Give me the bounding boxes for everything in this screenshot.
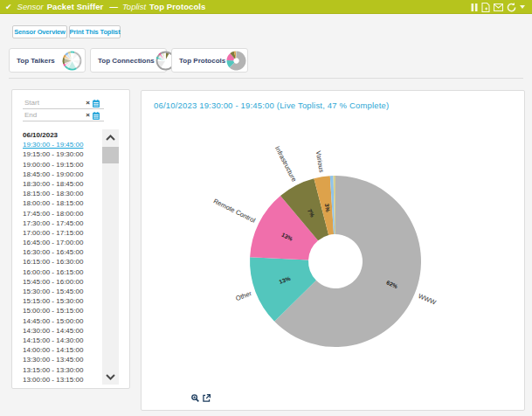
email-icon[interactable]	[494, 3, 503, 11]
tab-top-talkers[interactable]: Top Talkers	[9, 48, 86, 73]
interval-link[interactable]: 17:45:00 - 18:00:00	[23, 210, 83, 218]
interval-item: 13:30:00 - 13:45:00	[23, 355, 103, 364]
sensor-overview-button[interactable]: Sensor Overview	[12, 25, 67, 38]
interval-link[interactable]: 17:30:00 - 17:45:00	[23, 219, 83, 227]
interval-item: 18:15:00 - 18:30:00	[23, 189, 103, 198]
pause-icon[interactable]	[471, 3, 478, 11]
section-divider	[9, 78, 523, 79]
interval-item: 15:00:00 - 15:15:00	[23, 306, 103, 315]
header-separator: —	[109, 2, 118, 11]
donut-slice-label: Various	[314, 150, 326, 173]
interval-item: 13:00:00 - 13:15:00	[23, 375, 103, 385]
interval-item: 14:30:00 - 14:45:00	[23, 326, 103, 336]
interval-link[interactable]: 19:15:00 - 19:30:00	[23, 150, 83, 158]
interval-link[interactable]: 17:00:00 - 17:15:00	[23, 229, 83, 237]
interval-link[interactable]: 15:30:00 - 15:45:00	[23, 288, 83, 295]
interval-item: 18:45:00 - 19:00:00	[23, 170, 103, 179]
interval-list-scrollbar[interactable]	[102, 129, 119, 385]
toplist-chart-card: 06/10/2023 19:30:00 - 19:45:00 (Live Top…	[141, 90, 525, 411]
zoom-in-icon[interactable]	[191, 394, 199, 402]
interval-link[interactable]: 13:30:00 - 13:45:00	[23, 356, 83, 364]
interval-filter-panel: × ×	[11, 89, 130, 389]
interval-link[interactable]: 14:30:00 - 14:45:00	[23, 327, 83, 335]
tab-top-connections[interactable]: Top Connections	[90, 48, 167, 73]
interval-link[interactable]: 13:15:00 - 13:30:00	[23, 366, 83, 374]
interval-link[interactable]: 15:45:00 - 16:00:00	[23, 278, 83, 286]
interval-link[interactable]: 18:30:00 - 18:45:00	[23, 180, 83, 188]
refresh-icon[interactable]	[507, 3, 516, 12]
interval-link[interactable]: 14:45:00 - 15:00:00	[23, 317, 83, 325]
top-protocols-donut-chart: 62%WWW13%Other13%Remote Control7%Infrast…	[142, 91, 524, 410]
interval-link[interactable]: 16:15:00 - 16:30:00	[23, 258, 83, 266]
interval-item: 16:15:00 - 16:30:00	[23, 257, 103, 267]
print-this-toplist-button[interactable]: Print This Toplist	[69, 25, 121, 38]
interval-item: 18:00:00 - 18:15:00	[23, 198, 103, 208]
interval-item: 14:00:00 - 14:15:00	[23, 345, 103, 355]
end-date-input[interactable]	[24, 111, 79, 120]
interval-item: 15:45:00 - 16:00:00	[23, 277, 103, 287]
header-icon-group	[471, 0, 525, 14]
end-calendar-icon[interactable]	[93, 112, 100, 120]
end-clear-icon[interactable]: ×	[86, 112, 90, 119]
interval-item: 17:00:00 - 17:15:00	[23, 228, 103, 238]
interval-link[interactable]: 14:15:00 - 14:30:00	[23, 336, 83, 344]
interval-item: 17:45:00 - 18:00:00	[23, 209, 103, 218]
interval-link[interactable]: 18:00:00 - 18:15:00	[23, 199, 83, 207]
top-talkers-pie-thumbnail-icon	[61, 50, 83, 72]
sensor-name[interactable]: Packet Sniffer	[47, 2, 104, 11]
start-clear-icon[interactable]: ×	[86, 100, 90, 107]
interval-item: 17:30:00 - 17:45:00	[23, 218, 103, 228]
interval-link[interactable]: 16:00:00 - 16:15:00	[23, 268, 83, 276]
interval-item: 14:45:00 - 15:00:00	[23, 316, 103, 326]
toplist-name: Top Protocols	[149, 2, 205, 11]
interval-date-header: 06/10/2023	[23, 130, 103, 140]
interval-link[interactable]: 14:00:00 - 14:15:00	[23, 346, 83, 354]
interval-list: 06/10/202319:30:00 - 19:45:0019:15:00 - …	[23, 130, 103, 385]
interval-link[interactable]: 18:45:00 - 19:00:00	[23, 170, 83, 178]
scroll-down-icon[interactable]	[102, 371, 119, 383]
status-ok-check-icon: ✔	[5, 3, 12, 11]
interval-link[interactable]: 19:00:00 - 19:15:00	[23, 161, 83, 169]
donut-slice-label: Other	[234, 289, 252, 302]
interval-item: 14:15:00 - 14:30:00	[23, 336, 103, 345]
interval-link[interactable]: 13:00:00 - 13:15:00	[23, 376, 83, 384]
interval-item: 16:45:00 - 17:00:00	[23, 238, 103, 247]
interval-item: 16:30:00 - 16:45:00	[23, 247, 103, 257]
interval-link[interactable]: 19:30:00 - 19:45:00	[23, 141, 83, 149]
start-calendar-icon[interactable]	[93, 100, 100, 107]
interval-link[interactable]: 16:45:00 - 17:00:00	[23, 239, 83, 246]
header-bar: ✔ Sensor Packet Sniffer — Toplist Top Pr…	[0, 0, 532, 14]
end-date-row: ×	[23, 109, 104, 121]
interval-item-selected: 19:30:00 - 19:45:00	[23, 140, 103, 149]
interval-item: 19:15:00 - 19:30:00	[23, 149, 103, 159]
start-date-row: ×	[23, 97, 104, 109]
page: ✔ Sensor Packet Sniffer — Toplist Top Pr…	[0, 0, 532, 416]
donut-slice-label: WWW	[417, 292, 438, 307]
scrollbar-thumb[interactable]	[102, 147, 119, 163]
tab-top-talkers-label: Top Talkers	[10, 57, 61, 65]
caret-down-icon[interactable]	[520, 5, 525, 9]
top-protocols-pie-thumbnail-icon	[225, 50, 247, 72]
toplist-label: Toplist	[122, 2, 146, 11]
donut-slice-label: Remote Control	[212, 197, 257, 225]
interval-link[interactable]: 15:00:00 - 15:15:00	[23, 307, 83, 315]
donut-slice-label: Infrastructure	[273, 145, 298, 183]
interval-link[interactable]: 18:15:00 - 18:30:00	[23, 190, 83, 198]
interval-item: 15:15:00 - 15:30:00	[23, 296, 103, 306]
chart-actions	[191, 394, 211, 402]
scroll-up-icon[interactable]	[102, 131, 119, 143]
interval-item: 13:15:00 - 13:30:00	[23, 365, 103, 375]
interval-link[interactable]: 15:15:00 - 15:30:00	[23, 297, 83, 305]
report-icon[interactable]	[481, 3, 490, 12]
tab-top-connections-label: Top Connections	[91, 57, 155, 65]
interval-item: 16:00:00 - 16:15:00	[23, 267, 103, 277]
interval-item: 18:30:00 - 18:45:00	[23, 179, 103, 189]
tab-top-protocols[interactable]: Top Protocols	[171, 48, 248, 73]
external-link-icon[interactable]	[203, 394, 211, 402]
tab-top-protocols-label: Top Protocols	[172, 57, 225, 65]
interval-item: 19:00:00 - 19:15:00	[23, 160, 103, 170]
start-date-input[interactable]	[24, 99, 79, 107]
interval-link[interactable]: 16:30:00 - 16:45:00	[23, 248, 83, 256]
interval-item: 15:30:00 - 15:45:00	[23, 287, 103, 296]
sensor-label: Sensor	[17, 2, 44, 11]
